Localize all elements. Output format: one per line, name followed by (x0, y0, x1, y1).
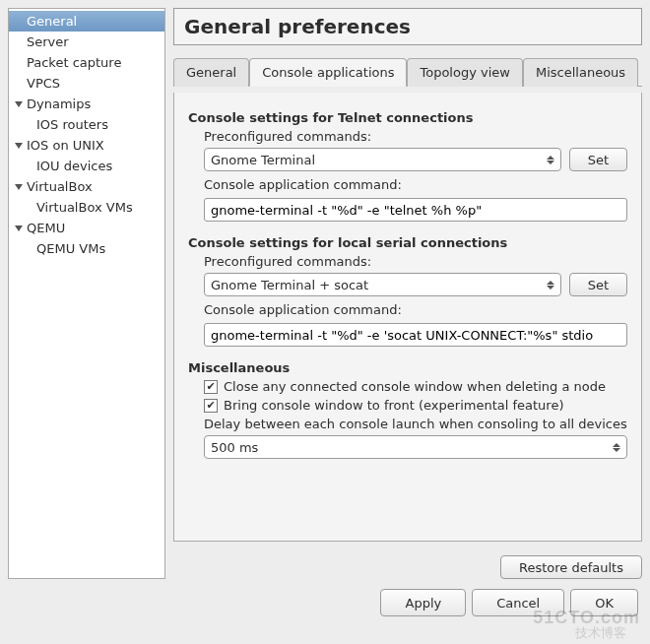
tab-miscellaneous[interactable]: Miscellaneous (523, 58, 638, 87)
section-telnet-title: Console settings for Telnet connections (188, 110, 627, 125)
apply-button[interactable]: Apply (380, 589, 466, 616)
section-misc-title: Miscellaneous (188, 360, 627, 375)
tab-general[interactable]: General (173, 58, 249, 87)
sidebar-item-vpcs[interactable]: VPCS (9, 73, 164, 94)
telnet-set-button[interactable]: Set (569, 148, 627, 171)
telnet-combo-value: Gnome Terminal (211, 153, 315, 167)
sidebar-item-qemu-vms[interactable]: QEMU VMs (9, 238, 164, 259)
close-console-label: Close any connected console window when … (224, 379, 606, 394)
sidebar-item-general[interactable]: General (9, 11, 164, 32)
sidebar-item-iou-devices[interactable]: IOU devices (9, 156, 164, 176)
close-console-checkbox[interactable] (204, 380, 218, 394)
chevron-down-icon[interactable] (15, 225, 23, 231)
tab-panel-console-applications: Console settings for Telnet connections … (173, 93, 642, 542)
sidebar-item-dynamips[interactable]: Dynamips (9, 94, 164, 114)
sidebar-item-ios-routers[interactable]: IOS routers (9, 114, 164, 135)
sidebar-item-qemu[interactable]: QEMU (9, 218, 164, 238)
serial-combo-value: Gnome Terminal + socat (211, 278, 368, 292)
tab-strip: General Console applications Topology vi… (173, 57, 642, 87)
watermark-text-2: 技术博客 (575, 624, 626, 642)
delay-spinbox[interactable]: 500 ms (204, 435, 627, 459)
sidebar-item-server[interactable]: Server (9, 32, 164, 52)
telnet-command-input[interactable] (204, 198, 627, 222)
chevron-down-icon[interactable] (15, 184, 23, 190)
serial-preconfigured-combo[interactable]: Gnome Terminal + socat (204, 273, 561, 296)
restore-defaults-button[interactable]: Restore defaults (500, 555, 642, 579)
combo-arrows-icon (547, 281, 554, 290)
tab-topology-view[interactable]: Topology view (407, 58, 522, 87)
spinbox-arrows-icon (613, 443, 620, 452)
telnet-command-label: Console application command: (204, 177, 627, 192)
telnet-preconfigured-label: Preconfigured commands: (204, 129, 627, 144)
delay-label: Delay between each console launch when c… (204, 417, 627, 431)
serial-set-button[interactable]: Set (569, 273, 627, 296)
sidebar-item-virtualbox-vms[interactable]: VirtualBox VMs (9, 197, 164, 218)
serial-command-input[interactable] (204, 323, 627, 347)
serial-command-label: Console application command: (204, 302, 627, 317)
delay-value: 500 ms (211, 440, 258, 455)
section-serial-title: Console settings for local serial connec… (188, 235, 627, 250)
tab-console-applications[interactable]: Console applications (249, 58, 407, 87)
sidebar-item-virtualbox[interactable]: VirtualBox (9, 176, 164, 197)
sidebar-item-ios-on-unix[interactable]: IOS on UNIX (9, 135, 164, 156)
chevron-down-icon[interactable] (15, 143, 23, 149)
serial-preconfigured-label: Preconfigured commands: (204, 254, 627, 269)
page-title: General preferences (173, 8, 642, 45)
sidebar-tree: General Server Packet capture VPCS Dynam… (8, 8, 165, 579)
bring-to-front-checkbox[interactable] (204, 399, 218, 413)
combo-arrows-icon (547, 156, 554, 164)
ok-button[interactable]: OK (570, 589, 638, 616)
sidebar-item-packet-capture[interactable]: Packet capture (9, 52, 164, 73)
cancel-button[interactable]: Cancel (472, 589, 564, 616)
bring-to-front-label: Bring console window to front (experimen… (224, 398, 563, 413)
telnet-preconfigured-combo[interactable]: Gnome Terminal (204, 148, 561, 171)
chevron-down-icon[interactable] (15, 101, 23, 107)
